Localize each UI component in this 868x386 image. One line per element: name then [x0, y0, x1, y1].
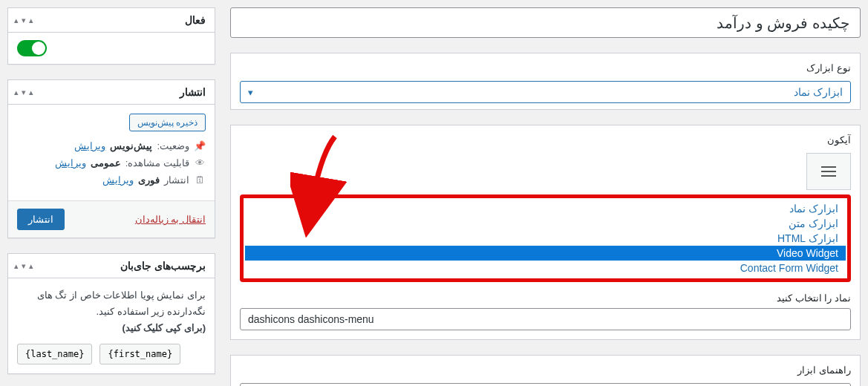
widget-title-input[interactable]: [230, 7, 861, 38]
widget-type-selected: ابزارک نماد: [794, 86, 843, 98]
placeholder-tag[interactable]: {last_name}: [17, 344, 92, 364]
publish-postbox: انتشار ▴ ▾ ▴ ذخیره پیش‌نویس 📌 وضعیت: پیش…: [7, 79, 215, 238]
pin-icon: 📌: [194, 140, 206, 151]
toggle-collapse-icon[interactable]: ▴: [13, 259, 20, 273]
active-toggle[interactable]: [17, 40, 47, 56]
icon-preview: [806, 153, 851, 190]
edit-status-link[interactable]: ویرایش: [74, 140, 105, 151]
edit-visibility-link[interactable]: ویرایش: [55, 157, 86, 169]
placeholders-heading: برچسب‌های جای‌بان: [111, 254, 215, 278]
title-field-wrapper: [230, 7, 861, 38]
active-postbox: فعال ▴ ▾ ▴: [7, 7, 215, 65]
eye-icon: 👁: [194, 157, 206, 169]
menu-icon: [821, 166, 836, 177]
publish-heading: انتشار: [171, 80, 215, 104]
move-down-icon[interactable]: ▾: [20, 13, 27, 27]
schedule-row: 🗓 انتشار فوری ویرایش: [17, 174, 206, 186]
dropdown-option[interactable]: Video Widget: [245, 246, 846, 261]
dropdown-option[interactable]: Contact Form Widget: [245, 261, 846, 275]
move-up-icon[interactable]: ▴: [27, 85, 35, 99]
save-draft-button[interactable]: ذخیره پیش‌نویس: [129, 114, 206, 131]
guide-input[interactable]: [240, 383, 851, 386]
move-down-icon[interactable]: ▾: [20, 85, 27, 99]
widget-type-section: نوع ابزارک ابزارک نماد ▾: [230, 53, 861, 110]
publish-button[interactable]: انتشار: [17, 209, 65, 230]
widget-type-dropdown-list: ابزارک نماد ابزارک متن ابزارک HTML Video…: [245, 201, 846, 275]
move-up-icon[interactable]: ▴: [27, 13, 35, 27]
toggle-collapse-icon[interactable]: ▴: [13, 13, 20, 27]
calendar-icon: 🗓: [194, 174, 206, 186]
icon-field-label: نماد را انتخاب کنید: [240, 292, 851, 304]
active-heading: فعال: [176, 8, 215, 32]
widget-type-label: نوع ابزارک: [240, 62, 851, 73]
move-up-icon[interactable]: ▴: [27, 259, 35, 273]
dropdown-option[interactable]: ابزارک HTML: [245, 231, 846, 246]
icon-section: آیکون ابزارک نماد ابزارک متن ابزارک HTML…: [230, 125, 861, 340]
placeholders-postbox: برچسب‌های جای‌بان ▴ ▾ ▴ برای نمایش پویا …: [7, 253, 215, 374]
widget-type-select[interactable]: ابزارک نماد ▾: [240, 81, 851, 103]
visibility-row: 👁 قابلیت مشاهده: عمومی ویرایش: [17, 157, 206, 169]
toggle-collapse-icon[interactable]: ▴: [13, 85, 20, 99]
move-down-icon[interactable]: ▾: [20, 259, 27, 273]
guide-section: راهنمای ابزار: [230, 355, 861, 386]
icon-section-heading: آیکون: [240, 134, 851, 145]
guide-heading: راهنمای ابزار: [240, 364, 851, 376]
placeholder-tag[interactable]: {first_name}: [99, 344, 180, 364]
dropdown-option[interactable]: ابزارک نماد: [245, 201, 846, 216]
icon-field-input[interactable]: [240, 308, 851, 330]
chevron-down-icon: ▾: [248, 87, 253, 98]
edit-schedule-link[interactable]: ویرایش: [102, 174, 134, 186]
trash-link[interactable]: انتقال به زباله‌دان: [135, 214, 206, 225]
dropdown-option[interactable]: ابزارک متن: [245, 216, 846, 231]
placeholders-help: برای نمایش پویا اطلاعات خاص از تگ های نگ…: [17, 287, 206, 336]
status-row: 📌 وضعیت: پیش‌نویس ویرایش: [17, 140, 206, 151]
